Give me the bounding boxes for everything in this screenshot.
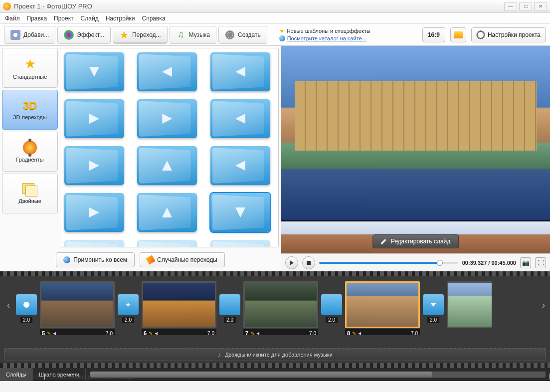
background-button[interactable] <box>450 27 466 42</box>
apply-all-button[interactable]: Применить ко всем <box>56 252 135 267</box>
category-3d-label: 3D-переходы <box>13 114 46 120</box>
transition-item[interactable] <box>64 193 124 232</box>
seek-knob[interactable] <box>437 260 443 266</box>
menu-help[interactable]: Справка <box>142 15 165 22</box>
timeline: ‹ 2.0 5✎◀7.0 ✦2.0 6✎◀7.0 2.0 7✎◀7.0 2.0 … <box>0 271 550 371</box>
app-logo-icon <box>3 2 11 10</box>
3d-category-icon: 3D <box>23 99 37 112</box>
snapshot-button[interactable]: 📷 <box>520 257 531 268</box>
transition-item[interactable] <box>64 99 124 138</box>
fullscreen-button[interactable]: ⛶ <box>535 257 546 268</box>
apply-all-label: Применить ко всем <box>73 256 127 263</box>
note-icon: ♪ <box>217 351 221 359</box>
menu-project[interactable]: Проект <box>54 15 74 22</box>
slide-duration: 7.0 <box>309 331 316 336</box>
category-3d[interactable]: 3D 3D-переходы <box>2 90 58 130</box>
edit-icon[interactable]: ✎ <box>149 331 153 336</box>
edit-slide-button[interactable]: Редактировать слайд <box>372 234 459 248</box>
transition-thumb[interactable]: 2.0 <box>321 294 342 315</box>
timeline-slide[interactable]: 5✎◀7.0 <box>40 281 115 328</box>
status-slide: Слайд: 8 из 9 <box>0 374 45 380</box>
transition-item[interactable] <box>210 146 270 185</box>
timeline-slide[interactable]: 8✎◀7.0 <box>345 281 420 328</box>
random-button[interactable]: Случайные переходы <box>140 252 225 267</box>
transition-item[interactable] <box>210 52 270 91</box>
menu-settings[interactable]: Настройки <box>106 15 135 22</box>
tab-create-label: Создать <box>238 31 261 38</box>
transition-thumb[interactable]: ✦2.0 <box>118 294 139 315</box>
prev-icon[interactable]: ◀ <box>358 331 361 336</box>
menu-slide[interactable]: Слайд <box>81 15 99 22</box>
edit-icon[interactable]: ✎ <box>47 331 51 336</box>
transition-item[interactable] <box>137 52 197 91</box>
transition-item[interactable] <box>137 99 197 138</box>
hint-catalog-link[interactable]: Посмотрите каталог на сайте... <box>287 35 367 42</box>
tab-add[interactable]: Добави... <box>4 26 55 44</box>
transition-item[interactable] <box>64 240 124 247</box>
transition-item[interactable] <box>137 146 197 185</box>
transition-item[interactable] <box>137 240 197 247</box>
transition-item[interactable] <box>137 193 197 232</box>
category-double[interactable]: Двойные <box>2 174 58 213</box>
transition-duration: 2.0 <box>427 317 439 323</box>
settings-label: Настройки проекта <box>488 31 541 38</box>
transition-item[interactable] <box>210 99 270 138</box>
transition-thumb[interactable]: 2.0 <box>423 294 444 315</box>
slide-number: 8 <box>347 330 350 335</box>
transition-duration: 2.0 <box>224 317 236 323</box>
close-button[interactable]: ✕ <box>534 2 547 10</box>
tab-music-label: Музыка <box>189 31 210 38</box>
tab-music[interactable]: ♫Музыка <box>170 26 216 44</box>
play-button[interactable] <box>285 256 298 269</box>
music-track[interactable]: ♪ Дважды кликните для добавления музыки <box>4 348 546 361</box>
category-standard-label: Стандартные <box>13 74 47 80</box>
transitions-grid[interactable] <box>60 48 279 247</box>
category-standard[interactable]: ★ Стандартные <box>2 48 58 88</box>
category-gradients[interactable]: Градиенты <box>2 132 58 172</box>
menu-edit[interactable]: Правка <box>27 15 47 22</box>
transition-thumb[interactable]: 2.0 <box>219 294 240 315</box>
prev-icon[interactable]: ◀ <box>155 331 158 336</box>
star-small-icon: ★ <box>279 27 285 35</box>
transition-item[interactable] <box>210 240 270 247</box>
scrollbar-thumb[interactable] <box>90 372 432 378</box>
star-icon: ★ <box>119 30 129 40</box>
project-settings-button[interactable]: Настройки проекта <box>471 27 546 42</box>
prev-icon[interactable]: ◀ <box>256 331 259 336</box>
tab-create[interactable]: Создать <box>218 26 267 44</box>
camera-icon <box>10 30 20 40</box>
slide-strip[interactable]: ‹ 2.0 5✎◀7.0 ✦2.0 6✎◀7.0 2.0 7✎◀7.0 2.0 … <box>0 274 550 335</box>
transition-item[interactable] <box>64 146 124 185</box>
stop-button[interactable] <box>302 256 315 269</box>
timeline-slide[interactable]: 9✎◀ <box>447 281 492 328</box>
tab-effects[interactable]: Эффект... <box>57 26 111 44</box>
edit-icon[interactable]: ✎ <box>352 331 356 336</box>
random-label: Случайные переходы <box>157 256 217 263</box>
transition-item[interactable] <box>64 52 124 91</box>
edit-icon[interactable]: ✎ <box>250 331 254 336</box>
slide-number: 5 <box>42 330 45 335</box>
strip-prev-button[interactable]: ‹ <box>4 297 13 312</box>
play-icon <box>290 260 294 265</box>
maximize-button[interactable]: ▭ <box>519 2 532 10</box>
tab-transitions[interactable]: ★Переход... <box>113 26 168 44</box>
minimize-button[interactable]: — <box>504 2 517 10</box>
aspect-ratio-button[interactable]: 16:9 <box>422 27 445 42</box>
timeline-scrollbar[interactable] <box>90 371 546 378</box>
category-gradients-label: Градиенты <box>16 157 43 163</box>
transition-item[interactable] <box>210 193 270 232</box>
hints: ★Новые шаблоны и спецэффекты Посмотрите … <box>279 27 370 42</box>
menu-file[interactable]: Файл <box>5 15 20 22</box>
transition-thumb[interactable]: 2.0 <box>16 294 37 315</box>
seek-bar[interactable] <box>319 262 458 264</box>
timeline-slide[interactable]: 7✎◀7.0 <box>243 281 318 328</box>
timeline-slide[interactable]: 6✎◀7.0 <box>142 281 216 328</box>
transition-duration: 2.0 <box>20 317 32 323</box>
slide-number: 7 <box>245 330 248 335</box>
category-column: ★ Стандартные 3D 3D-переходы Градиенты Д… <box>2 48 58 247</box>
preview-controls: 00:39.327 / 00:45.000 📷 ⛶ <box>281 253 550 271</box>
edit-slide-label: Редактировать слайд <box>391 238 451 245</box>
transition-duration: 2.0 <box>122 317 134 323</box>
strip-next-button[interactable]: › <box>539 297 548 312</box>
prev-icon[interactable]: ◀ <box>53 331 56 336</box>
